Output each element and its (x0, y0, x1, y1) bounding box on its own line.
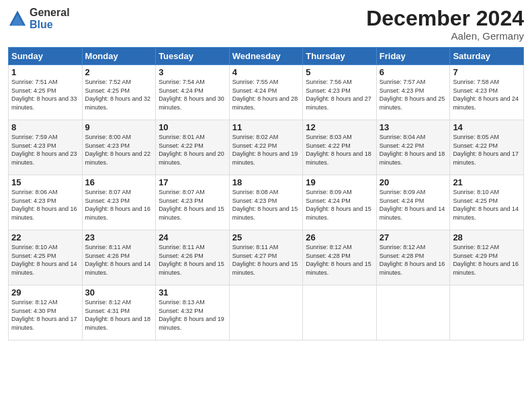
day-info: Sunrise: 8:02 AMSunset: 4:22 PMDaylight:… (232, 133, 300, 167)
day-info: Sunrise: 8:04 AMSunset: 4:22 PMDaylight:… (380, 133, 447, 167)
day-of-week-header: Friday (376, 48, 450, 65)
calendar-cell: 17 Sunrise: 8:07 AMSunset: 4:23 PMDaylig… (156, 175, 230, 230)
day-of-week-header: Saturday (450, 48, 524, 65)
day-number: 22 (11, 232, 79, 242)
day-info: Sunrise: 8:11 AMSunset: 4:26 PMDaylight:… (85, 243, 153, 277)
day-info: Sunrise: 7:59 AMSunset: 4:23 PMDaylight:… (11, 133, 79, 167)
header: General Blue December 2024 Aalen, German… (8, 7, 524, 42)
day-number: 7 (453, 67, 521, 77)
logo-icon (8, 9, 27, 28)
calendar-cell: 10 Sunrise: 8:01 AMSunset: 4:22 PMDaylig… (156, 120, 230, 175)
day-number: 25 (232, 232, 300, 242)
calendar-cell: 28 Sunrise: 8:12 AMSunset: 4:29 PMDaylig… (450, 230, 524, 285)
day-info: Sunrise: 7:57 AMSunset: 4:23 PMDaylight:… (380, 78, 447, 111)
day-info: Sunrise: 8:06 AMSunset: 4:23 PMDaylight:… (11, 188, 79, 222)
title-block: December 2024 Aalen, Germany (366, 7, 524, 42)
month-title: December 2024 (366, 7, 524, 30)
calendar-week-row: 15 Sunrise: 8:06 AMSunset: 4:23 PMDaylig… (9, 175, 524, 230)
day-number: 21 (453, 177, 521, 187)
day-of-week-header: Thursday (303, 48, 377, 65)
calendar-cell: 15 Sunrise: 8:06 AMSunset: 4:23 PMDaylig… (9, 175, 83, 230)
day-info: Sunrise: 8:08 AMSunset: 4:23 PMDaylight:… (232, 188, 300, 222)
day-number: 1 (11, 67, 79, 77)
calendar-cell (303, 285, 377, 340)
calendar-cell: 16 Sunrise: 8:07 AMSunset: 4:23 PMDaylig… (82, 175, 156, 230)
day-info: Sunrise: 8:10 AMSunset: 4:25 PMDaylight:… (11, 243, 79, 277)
day-number: 27 (380, 232, 447, 242)
calendar-cell: 6 Sunrise: 7:57 AMSunset: 4:23 PMDayligh… (376, 65, 450, 120)
calendar-cell: 30 Sunrise: 8:12 AMSunset: 4:31 PMDaylig… (82, 285, 156, 340)
day-info: Sunrise: 8:11 AMSunset: 4:27 PMDaylight:… (232, 243, 300, 277)
day-info: Sunrise: 7:56 AMSunset: 4:23 PMDaylight:… (306, 78, 373, 111)
calendar-cell: 31 Sunrise: 8:13 AMSunset: 4:32 PMDaylig… (156, 285, 230, 340)
day-info: Sunrise: 8:12 AMSunset: 4:29 PMDaylight:… (453, 243, 521, 277)
day-info: Sunrise: 8:13 AMSunset: 4:32 PMDaylight:… (159, 298, 226, 332)
day-number: 31 (159, 287, 226, 298)
page-container: General Blue December 2024 Aalen, German… (0, 0, 532, 411)
calendar-cell: 27 Sunrise: 8:12 AMSunset: 4:28 PMDaylig… (376, 230, 450, 285)
day-info: Sunrise: 8:10 AMSunset: 4:25 PMDaylight:… (453, 188, 521, 222)
calendar-cell: 26 Sunrise: 8:12 AMSunset: 4:28 PMDaylig… (303, 230, 377, 285)
calendar-cell (450, 285, 524, 340)
day-info: Sunrise: 8:01 AMSunset: 4:22 PMDaylight:… (159, 133, 226, 167)
day-info: Sunrise: 8:00 AMSunset: 4:23 PMDaylight:… (85, 133, 153, 167)
calendar-cell (376, 285, 450, 340)
calendar-cell: 13 Sunrise: 8:04 AMSunset: 4:22 PMDaylig… (376, 120, 450, 175)
day-number: 11 (232, 122, 300, 132)
day-number: 16 (85, 177, 153, 187)
calendar-cell: 29 Sunrise: 8:12 AMSunset: 4:30 PMDaylig… (9, 285, 83, 340)
day-number: 10 (159, 122, 226, 132)
day-of-week-header: Sunday (9, 48, 83, 65)
calendar-cell (229, 285, 303, 340)
calendar-cell: 11 Sunrise: 8:02 AMSunset: 4:22 PMDaylig… (229, 120, 303, 175)
calendar-cell: 7 Sunrise: 7:58 AMSunset: 4:23 PMDayligh… (450, 65, 524, 120)
day-info: Sunrise: 8:12 AMSunset: 4:30 PMDaylight:… (11, 298, 79, 332)
calendar-cell: 18 Sunrise: 8:08 AMSunset: 4:23 PMDaylig… (229, 175, 303, 230)
day-info: Sunrise: 8:03 AMSunset: 4:22 PMDaylight:… (306, 133, 373, 167)
day-number: 2 (85, 67, 153, 77)
day-number: 17 (159, 177, 226, 187)
logo-text: General Blue (30, 7, 70, 30)
calendar-cell: 25 Sunrise: 8:11 AMSunset: 4:27 PMDaylig… (229, 230, 303, 285)
day-info: Sunrise: 7:58 AMSunset: 4:23 PMDaylight:… (453, 78, 521, 111)
logo: General Blue (8, 7, 70, 30)
day-number: 9 (85, 122, 153, 132)
calendar-cell: 9 Sunrise: 8:00 AMSunset: 4:23 PMDayligh… (82, 120, 156, 175)
day-info: Sunrise: 8:05 AMSunset: 4:22 PMDaylight:… (453, 133, 521, 167)
day-info: Sunrise: 8:09 AMSunset: 4:24 PMDaylight:… (380, 188, 447, 222)
calendar-cell: 1 Sunrise: 7:51 AMSunset: 4:25 PMDayligh… (9, 65, 83, 120)
calendar-week-row: 8 Sunrise: 7:59 AMSunset: 4:23 PMDayligh… (9, 120, 524, 175)
day-info: Sunrise: 8:09 AMSunset: 4:24 PMDaylight:… (306, 188, 373, 222)
day-number: 14 (453, 122, 521, 132)
day-number: 4 (232, 67, 300, 77)
calendar-cell: 8 Sunrise: 7:59 AMSunset: 4:23 PMDayligh… (9, 120, 83, 175)
day-info: Sunrise: 8:12 AMSunset: 4:28 PMDaylight:… (306, 243, 373, 277)
calendar-cell: 22 Sunrise: 8:10 AMSunset: 4:25 PMDaylig… (9, 230, 83, 285)
calendar-cell: 12 Sunrise: 8:03 AMSunset: 4:22 PMDaylig… (303, 120, 377, 175)
day-number: 12 (306, 122, 373, 132)
day-info: Sunrise: 7:54 AMSunset: 4:24 PMDaylight:… (159, 78, 226, 111)
location: Aalen, Germany (366, 30, 524, 42)
day-of-week-header: Wednesday (229, 48, 303, 65)
day-number: 18 (232, 177, 300, 187)
calendar-week-row: 22 Sunrise: 8:10 AMSunset: 4:25 PMDaylig… (9, 230, 524, 285)
calendar-cell: 2 Sunrise: 7:52 AMSunset: 4:25 PMDayligh… (82, 65, 156, 120)
day-of-week-header: Monday (82, 48, 156, 65)
calendar-cell: 20 Sunrise: 8:09 AMSunset: 4:24 PMDaylig… (376, 175, 450, 230)
day-number: 30 (85, 287, 153, 298)
calendar-cell: 23 Sunrise: 8:11 AMSunset: 4:26 PMDaylig… (82, 230, 156, 285)
day-info: Sunrise: 8:07 AMSunset: 4:23 PMDaylight:… (85, 188, 153, 222)
day-number: 13 (380, 122, 447, 132)
day-number: 23 (85, 232, 153, 242)
day-number: 20 (380, 177, 447, 187)
calendar-cell: 3 Sunrise: 7:54 AMSunset: 4:24 PMDayligh… (156, 65, 230, 120)
day-number: 15 (11, 177, 79, 187)
day-number: 26 (306, 232, 373, 242)
logo-blue-text: Blue (30, 19, 70, 31)
calendar-cell: 24 Sunrise: 8:11 AMSunset: 4:26 PMDaylig… (156, 230, 230, 285)
day-number: 29 (11, 287, 79, 298)
day-info: Sunrise: 7:52 AMSunset: 4:25 PMDaylight:… (85, 78, 153, 111)
day-number: 28 (453, 232, 521, 242)
day-number: 6 (380, 67, 447, 77)
day-info: Sunrise: 8:11 AMSunset: 4:26 PMDaylight:… (159, 243, 226, 277)
